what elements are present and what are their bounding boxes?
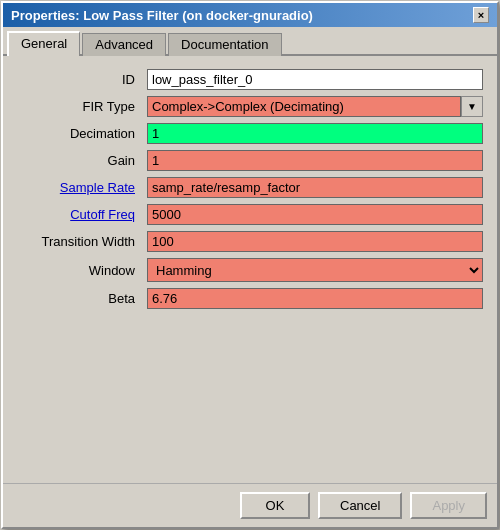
window-title: Properties: Low Pass Filter (on docker-g… [11,8,313,23]
field-cell-cutoff-freq [141,201,489,228]
table-row: Sample Rate [11,174,489,201]
field-cell-beta [141,285,489,312]
field-cell-decimation [141,120,489,147]
field-cell-fir-type: ▼ [141,93,489,120]
fir-type-dropdown-btn[interactable]: ▼ [461,96,483,117]
content-area: ID FIR Type ▼ [3,56,497,483]
field-cell-sample-rate [141,174,489,201]
apply-button[interactable]: Apply [410,492,487,519]
transition-width-input[interactable] [147,231,483,252]
table-row: Decimation [11,120,489,147]
cutoff-freq-input[interactable] [147,204,483,225]
window-select[interactable]: Hamming Hann Blackman Rectangular Kaiser [147,258,483,282]
properties-table: ID FIR Type ▼ [11,66,489,312]
tab-advanced[interactable]: Advanced [82,33,166,56]
field-cell-gain [141,147,489,174]
tab-documentation[interactable]: Documentation [168,33,281,56]
field-cell-window: Hamming Hann Blackman Rectangular Kaiser [141,255,489,285]
table-row: Beta [11,285,489,312]
tab-bar: General Advanced Documentation [3,27,497,56]
field-label-decimation: Decimation [11,120,141,147]
field-label-id: ID [11,66,141,93]
field-label-transition-width: Transition Width [11,228,141,255]
beta-input[interactable] [147,288,483,309]
cancel-button[interactable]: Cancel [318,492,402,519]
table-row: Cutoff Freq [11,201,489,228]
field-cell-transition-width [141,228,489,255]
field-label-beta: Beta [11,285,141,312]
table-row: Gain [11,147,489,174]
table-row: Transition Width [11,228,489,255]
field-label-gain: Gain [11,147,141,174]
sample-rate-link[interactable]: Sample Rate [60,180,135,195]
tab-general[interactable]: General [7,31,80,56]
table-row: ID [11,66,489,93]
field-label-fir-type: FIR Type [11,93,141,120]
ok-button[interactable]: OK [240,492,310,519]
close-button[interactable]: × [473,7,489,23]
field-label-window: Window [11,255,141,285]
field-label-cutoff-freq: Cutoff Freq [11,201,141,228]
id-input[interactable] [147,69,483,90]
decimation-input[interactable] [147,123,483,144]
field-cell-id [141,66,489,93]
table-row: FIR Type ▼ [11,93,489,120]
fir-type-input[interactable] [147,96,461,117]
main-window: Properties: Low Pass Filter (on docker-g… [1,1,499,529]
table-row: Window Hamming Hann Blackman Rectangular… [11,255,489,285]
title-bar: Properties: Low Pass Filter (on docker-g… [3,3,497,27]
cutoff-freq-link[interactable]: Cutoff Freq [70,207,135,222]
sample-rate-input[interactable] [147,177,483,198]
footer: OK Cancel Apply [3,483,497,527]
gain-input[interactable] [147,150,483,171]
field-label-sample-rate: Sample Rate [11,174,141,201]
